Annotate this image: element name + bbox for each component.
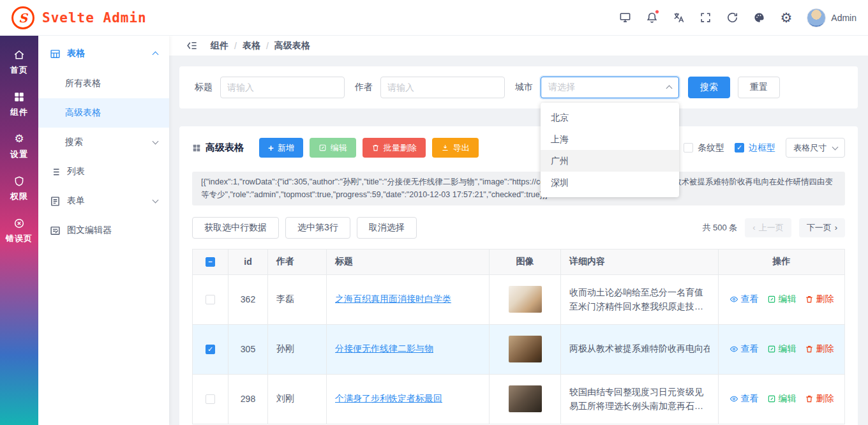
submenu-item-search[interactable]: 搜索 — [38, 128, 169, 157]
view-action[interactable]: 查看 — [730, 294, 759, 305]
edit-action[interactable]: 编辑 — [767, 393, 797, 405]
submenu-item-advanced-table[interactable]: 高级表格 — [38, 98, 169, 128]
next-page-button[interactable]: 下一页 › — [799, 218, 845, 237]
translate-icon[interactable] — [673, 11, 685, 24]
eye-icon — [730, 394, 738, 403]
sidebar-item-label: 组件 — [10, 107, 28, 118]
row-actions: 查看 编辑 删除 — [721, 393, 842, 405]
sidebar-item-home[interactable]: 首页 — [0, 42, 38, 84]
menu-collapse-icon[interactable] — [186, 40, 198, 52]
city-option-shenzhen[interactable]: 深圳 — [541, 172, 679, 193]
export-button[interactable]: 导出 — [432, 138, 479, 158]
column-header-author: 作者 — [268, 249, 327, 274]
submenu-group-label: 表格 — [67, 48, 147, 59]
top-header: S Svelte Admin ⚙ — [0, 0, 868, 36]
title-filter-input[interactable] — [220, 77, 345, 98]
submenu-item-list[interactable]: 列表 — [38, 157, 169, 186]
breadcrumb-item-current: 高级表格 — [274, 40, 310, 52]
checkbox-unchecked-icon — [684, 143, 693, 153]
row-checkbox-checked[interactable] — [206, 345, 215, 354]
delete-action[interactable]: 删除 — [805, 393, 834, 405]
add-button[interactable]: + 新增 — [259, 138, 303, 158]
city-option-guangzhou[interactable]: 广州 — [541, 150, 679, 172]
city-select-wrap: 请选择 北京 上海 广州 深圳 — [541, 77, 679, 98]
submenu-item-label: 高级表格 — [65, 107, 101, 119]
batch-delete-button[interactable]: 批量删除 — [363, 138, 426, 158]
cell-image[interactable] — [509, 385, 542, 412]
column-header-image: 图像 — [490, 249, 561, 274]
submenu-item-label: 图文编辑器 — [67, 225, 158, 236]
refresh-icon[interactable] — [726, 11, 738, 24]
breadcrumb-item[interactable]: 表格 — [243, 40, 260, 52]
select-third-row-button[interactable]: 选中第3行 — [285, 217, 350, 239]
breadcrumb-item[interactable]: 组件 — [211, 40, 228, 52]
bordered-checkbox[interactable]: 边框型 — [735, 142, 775, 154]
chevron-up-icon — [153, 52, 159, 58]
city-dropdown: 北京 上海 广州 深圳 — [541, 103, 679, 197]
table-row: 362 李磊 之海百织真用面消接时白学类 收而动土论必响给至总分一名育值至米门济… — [193, 274, 845, 324]
display-icon[interactable] — [619, 11, 631, 24]
notification-bell-icon[interactable] — [646, 11, 658, 24]
cell-image[interactable] — [509, 336, 542, 362]
get-selected-rows-button[interactable]: 获取选中行数据 — [192, 217, 279, 239]
fullscreen-icon[interactable] — [700, 11, 712, 24]
sidebar-item-settings[interactable]: ⚙ 设置 — [0, 126, 38, 168]
delete-action[interactable]: 删除 — [805, 294, 834, 305]
checkbox-checked-icon — [735, 143, 744, 153]
striped-checkbox[interactable]: 条纹型 — [684, 142, 724, 154]
submenu-group-tables[interactable]: 表格 — [38, 38, 169, 69]
edit-button[interactable]: 编辑 — [310, 138, 356, 158]
breadcrumb-separator: / — [266, 41, 269, 51]
city-option-beijing[interactable]: 北京 — [541, 107, 679, 128]
submenu-item-editor[interactable]: 图文编辑器 — [38, 216, 169, 245]
author-filter-input[interactable] — [380, 77, 505, 98]
breadcrumb-bar: 组件 / 表格 / 高级表格 — [169, 36, 868, 56]
row-checkbox[interactable] — [206, 394, 215, 404]
clear-selection-button[interactable]: 取消选择 — [357, 217, 417, 239]
cell-author: 李磊 — [268, 274, 327, 324]
sidebar-item-label: 错误页 — [6, 233, 33, 244]
edit-button-label: 编辑 — [331, 142, 347, 154]
avatar — [807, 8, 826, 27]
city-option-shanghai[interactable]: 上海 — [541, 128, 679, 150]
delete-action[interactable]: 删除 — [805, 343, 834, 355]
sidebar-item-permissions[interactable]: 权限 — [0, 168, 38, 211]
brand[interactable]: S Svelte Admin — [11, 6, 147, 29]
table-icon — [50, 48, 61, 59]
edit-square-icon — [767, 295, 776, 304]
row-checkbox[interactable] — [206, 295, 215, 304]
submenu-item-form[interactable]: 表单 — [38, 186, 169, 216]
reset-button[interactable]: 重置 — [738, 77, 780, 98]
trash-icon — [805, 394, 814, 403]
table-row: 298 刘刚 个满身了步利铁定者标最回 较国由结专回整现度习日元资级见易五所将理… — [193, 374, 845, 424]
settings-gear-icon[interactable]: ⚙ — [780, 11, 792, 24]
cell-detail: 两极从教术被提系难特阶收再电向在处作研情四由变等专少 — [569, 343, 710, 355]
pagination-total: 共 500 条 — [702, 222, 737, 234]
sidebar-item-error-pages[interactable]: 错误页 — [0, 211, 38, 253]
search-button[interactable]: 搜索 — [688, 77, 730, 98]
view-action[interactable]: 查看 — [730, 393, 759, 405]
theme-palette-icon[interactable] — [753, 11, 765, 24]
select-all-checkbox[interactable] — [206, 257, 215, 267]
submenu-item-all-tables[interactable]: 所有表格 — [38, 69, 169, 98]
cell-author: 刘刚 — [268, 374, 327, 424]
view-action[interactable]: 查看 — [730, 343, 759, 355]
striped-label: 条纹型 — [698, 142, 724, 154]
cell-image[interactable] — [509, 286, 542, 313]
cell-title-link[interactable]: 之海百织真用面消接时白学类 — [335, 294, 451, 304]
author-filter-label: 作者 — [355, 82, 373, 93]
cell-title-link[interactable]: 分接便无作线律二影与物 — [335, 343, 433, 354]
table-size-select[interactable]: 表格尺寸 — [786, 138, 845, 158]
edit-action[interactable]: 编辑 — [767, 343, 797, 355]
prev-page-button[interactable]: ‹ 上一页 — [745, 218, 791, 237]
header-actions: ⚙ Admin — [619, 8, 857, 27]
eye-icon — [730, 295, 738, 304]
edit-action[interactable]: 编辑 — [767, 294, 797, 305]
user-menu[interactable]: Admin — [807, 8, 857, 27]
add-button-label: 新增 — [278, 142, 294, 154]
sidebar-item-components[interactable]: 组件 — [0, 84, 38, 126]
selection-actions-row: 获取选中行数据 选中第3行 取消选择 共 500 条 ‹ 上一页 下一页 › — [192, 217, 845, 239]
city-select[interactable]: 请选择 — [541, 77, 679, 98]
cell-title-link[interactable]: 个满身了步利铁定者标最回 — [335, 393, 442, 403]
user-name: Admin — [831, 13, 857, 23]
